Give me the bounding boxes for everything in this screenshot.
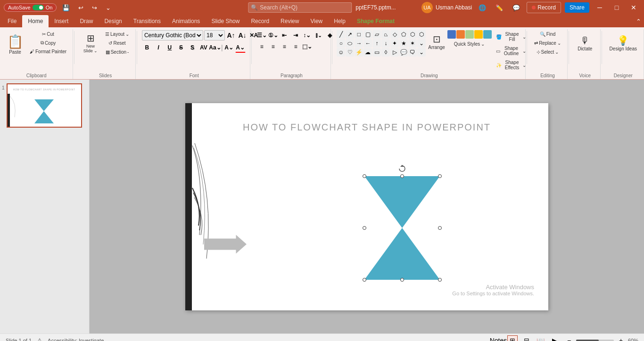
swatch-4[interactable] <box>474 30 483 39</box>
text-direction-button[interactable]: ⬚⌄ <box>302 41 312 52</box>
shape-rect[interactable]: □ <box>355 30 363 39</box>
handle-middle-right[interactable] <box>438 226 442 230</box>
shape-star6[interactable]: ✶ <box>408 39 417 48</box>
tab-transitions[interactable]: Transitions <box>128 15 166 27</box>
dec-indent-button[interactable]: ⇤ <box>279 30 289 41</box>
record-button[interactable]: Record <box>527 2 561 13</box>
redo-button[interactable]: ↪ <box>89 3 100 12</box>
shape-more[interactable]: ⌄ <box>417 39 426 48</box>
handle-top-right[interactable] <box>438 174 442 178</box>
slide-sorter-button[interactable]: ⊟ <box>521 335 532 341</box>
shape-oval[interactable]: ⬭ <box>346 39 354 48</box>
design-ideas-button[interactable]: 💡 Design Ideas <box>607 30 640 57</box>
shape-trapezoid[interactable]: ⏢ <box>381 30 390 39</box>
share-button[interactable]: Share <box>565 2 589 13</box>
strikethrough-button[interactable]: S <box>176 42 186 53</box>
tab-shape-format[interactable]: Shape Format <box>351 15 400 27</box>
shape-effects-button[interactable]: ✨ Shape Effects ⌄ <box>494 58 529 72</box>
shape-left-arrow[interactable]: ← <box>363 39 372 48</box>
bullets-button[interactable]: ☰⌄ <box>256 30 267 41</box>
line-spacing-button[interactable]: ↕⌄ <box>302 30 312 41</box>
tab-slideshow[interactable]: Slide Show <box>206 15 245 27</box>
tab-home[interactable]: Home <box>22 15 49 27</box>
undo-button[interactable]: ↩ <box>75 3 86 12</box>
shape-star4[interactable]: ✦ <box>390 39 399 48</box>
find-button[interactable]: 🔍 Find <box>532 30 563 38</box>
autosave-state[interactable] <box>33 5 44 10</box>
shape-diamond[interactable]: ◇ <box>390 30 399 39</box>
shape-heart[interactable]: ♡ <box>346 48 354 57</box>
dictate-button[interactable]: 🎙 Dictate <box>574 30 596 57</box>
minimize-button[interactable]: ─ <box>593 1 606 14</box>
shape-pentagon[interactable]: ⬠ <box>399 30 408 39</box>
tab-file[interactable]: File <box>2 15 22 27</box>
shape-line[interactable]: ╱ <box>337 30 345 39</box>
shape-outline-button[interactable]: ▭ Shape Outline ⌄ <box>494 44 529 57</box>
layout-button[interactable]: ☰ Layout ⌄ <box>103 30 132 38</box>
shape-cloud[interactable]: ☁ <box>363 48 372 57</box>
tab-insert[interactable]: Insert <box>49 15 74 27</box>
align-left-button[interactable]: ≡ <box>256 41 267 52</box>
tab-record[interactable]: Record <box>245 15 275 27</box>
handle-bottom-center[interactable] <box>400 278 404 282</box>
rotate-handle[interactable] <box>398 165 406 172</box>
swatch-1[interactable] <box>447 30 456 39</box>
new-slide-button[interactable]: ⊞ NewSlide ⌄ <box>79 30 102 57</box>
shape-star5[interactable]: ★ <box>399 39 408 48</box>
tab-review[interactable]: Review <box>275 15 305 27</box>
handle-top-center[interactable] <box>400 174 404 178</box>
shape-heptagon[interactable]: ⬡ <box>417 30 426 39</box>
tab-view[interactable]: View <box>305 15 328 27</box>
quick-styles-button[interactable]: Quick Styles ⌄ <box>447 40 492 48</box>
shape-flowchart3[interactable]: ▷ <box>390 48 399 57</box>
swatch-3[interactable] <box>465 30 474 39</box>
columns-button[interactable]: ⫿⌄ <box>313 30 323 41</box>
shape-fill-button[interactable]: 🪣 Shape Fill ⌄ <box>494 30 529 43</box>
save-button[interactable]: 💾 <box>59 3 73 12</box>
replace-button[interactable]: ⇄ Replace ⌄ <box>532 39 563 47</box>
highlight-button[interactable]: A⌄ <box>224 42 234 53</box>
shape-flowchart1[interactable]: ▭ <box>372 48 381 57</box>
swatch-2[interactable] <box>456 30 465 39</box>
shape-lightning[interactable]: ⚡ <box>355 48 363 57</box>
shape-rounded-rect[interactable]: ▢ <box>363 30 372 39</box>
shape-circle[interactable]: ○ <box>337 39 345 48</box>
arrange-button[interactable]: ⊡ Arrange <box>428 30 445 54</box>
reset-button[interactable]: ↺ Reset <box>103 39 132 47</box>
slide-thumb-1[interactable]: HOW TO FLOWCHART SHAPE IN POWERPOINT <box>7 83 82 128</box>
slideshow-view-button[interactable]: ▶ <box>550 335 560 341</box>
font-color-button[interactable]: A⌄ <box>235 42 246 53</box>
shape-up-arrow[interactable]: ↑ <box>372 39 381 48</box>
feedback-button[interactable]: 💬 <box>510 3 523 12</box>
shadow-button[interactable]: S <box>187 42 198 53</box>
numbering-button[interactable]: ①⌄ <box>268 30 278 41</box>
search-input[interactable] <box>248 2 352 13</box>
shape-callout1[interactable]: 💬 <box>399 48 408 57</box>
reading-view-button[interactable]: 📖 <box>536 335 546 341</box>
shape-flowchart2[interactable]: ◊ <box>381 48 390 57</box>
section-button[interactable]: ▦ Section - <box>103 48 132 56</box>
handle-bottom-left[interactable] <box>363 278 366 282</box>
shape-hexagon[interactable]: ⬡ <box>408 30 417 39</box>
tab-draw[interactable]: Draw <box>74 15 99 27</box>
align-right-button[interactable]: ≡ <box>279 41 289 52</box>
justify-button[interactable]: ≡ <box>290 41 301 52</box>
decrease-font-button[interactable]: A↓ <box>237 30 248 41</box>
copy-button[interactable]: ⧉ Copy <box>27 39 69 47</box>
ribbon-collapse-button[interactable]: ⌃ <box>633 15 644 27</box>
change-case-button[interactable]: Aa⌄ <box>210 42 220 53</box>
shape-down-arrow[interactable]: ↓ <box>381 39 390 48</box>
handle-top-left[interactable] <box>363 174 366 178</box>
select-button[interactable]: ⊹ Select ⌄ <box>532 48 563 56</box>
char-spacing-button[interactable]: AV <box>198 42 209 53</box>
shape-parallelogram[interactable]: ▱ <box>372 30 381 39</box>
shape-down-arr[interactable]: ⌄ <box>417 48 426 57</box>
handle-middle-left[interactable] <box>363 226 366 230</box>
increase-font-button[interactable]: A↑ <box>226 30 236 41</box>
shape-right-arrow[interactable]: → <box>355 39 363 48</box>
handle-bottom-right[interactable] <box>438 278 442 282</box>
pen-button[interactable]: ✏️ <box>493 3 506 12</box>
tab-help[interactable]: Help <box>328 15 351 27</box>
swatch-5[interactable] <box>483 30 492 39</box>
shape-callout2[interactable]: 🗨 <box>408 48 417 57</box>
